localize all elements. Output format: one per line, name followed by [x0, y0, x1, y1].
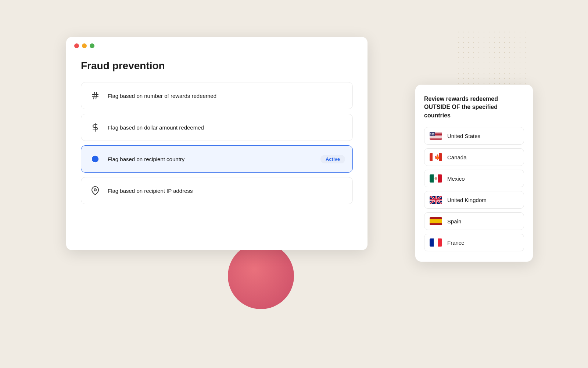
- country-name-fr: France: [447, 240, 465, 246]
- window-content: Fraud prevention Flag based on number of…: [66, 53, 368, 219]
- rule-item-rewards-count[interactable]: Flag based on number of rewards redeemed: [81, 82, 353, 109]
- rule-label-ip-address: Flag based on recipient IP address: [108, 188, 345, 194]
- window-maximize-dot[interactable]: [90, 43, 94, 48]
- rule-item-dollar-amount[interactable]: Flag based on dollar amount redeemed: [81, 114, 353, 141]
- country-list: ★★★ ★★★ United States 🍁 Canada: [424, 127, 524, 251]
- flag-ca: 🍁: [430, 153, 442, 161]
- svg-rect-36: [430, 219, 442, 223]
- flag-es: [430, 217, 442, 225]
- country-name-ca: Canada: [447, 154, 467, 160]
- active-badge: Active: [320, 155, 345, 163]
- flag-mx: [430, 174, 442, 183]
- country-item-mx[interactable]: Mexico: [424, 170, 524, 187]
- window-close-dot[interactable]: [74, 43, 79, 48]
- svg-point-25: [435, 177, 437, 180]
- rule-label-dollar-amount: Flag based on dollar amount redeemed: [108, 124, 345, 131]
- main-window: Fraud prevention Flag based on number of…: [66, 37, 368, 250]
- flag-uk: [430, 196, 442, 204]
- decorative-circle: [228, 243, 294, 309]
- country-name-mx: Mexico: [447, 176, 465, 182]
- svg-text:★★★: ★★★: [430, 132, 435, 134]
- rule-label-rewards-count: Flag based on number of rewards redeemed: [108, 93, 345, 99]
- svg-rect-12: [430, 136, 442, 137]
- rule-item-ip-address[interactable]: Flag based on recipient IP address: [81, 177, 353, 204]
- country-name-es: Spain: [447, 218, 461, 224]
- svg-line-2: [94, 92, 94, 99]
- rule-item-recipient-country[interactable]: Flag based on recipient country Active: [81, 145, 353, 173]
- country-item-ca[interactable]: 🍁 Canada: [424, 148, 524, 166]
- country-name-uk: United Kingdom: [447, 197, 487, 203]
- svg-rect-13: [430, 137, 442, 138]
- svg-rect-24: [438, 174, 442, 183]
- svg-rect-23: [430, 174, 434, 183]
- panel-title-line2: OUTSIDE OF the specified countries: [424, 103, 524, 120]
- rule-label-recipient-country: Flag based on recipient country: [108, 156, 315, 162]
- right-panel: Review rewards redeemed OUTSIDE OF the s…: [415, 85, 533, 262]
- svg-line-3: [96, 92, 97, 99]
- hash-icon: [89, 89, 102, 102]
- country-item-fr[interactable]: France: [424, 234, 524, 251]
- dollar-icon: [89, 121, 102, 134]
- panel-title-line1: Review rewards redeemed: [424, 95, 524, 103]
- flag-fr: [430, 238, 442, 247]
- svg-point-6: [92, 155, 99, 163]
- location-icon: [89, 184, 102, 197]
- window-chrome: [66, 37, 368, 53]
- svg-rect-14: [430, 139, 442, 139]
- svg-rect-38: [430, 238, 434, 247]
- globe-icon: [89, 152, 102, 166]
- country-item-us[interactable]: ★★★ ★★★ United States: [424, 127, 524, 145]
- country-item-uk[interactable]: United Kingdom: [424, 191, 524, 209]
- svg-rect-19: [430, 153, 433, 161]
- svg-rect-34: [430, 199, 442, 201]
- svg-rect-39: [438, 238, 442, 247]
- svg-text:🍁: 🍁: [434, 154, 441, 160]
- flag-us: ★★★ ★★★: [430, 132, 442, 140]
- country-item-es[interactable]: Spain: [424, 212, 524, 230]
- svg-point-7: [94, 189, 96, 191]
- country-name-us: United States: [447, 133, 480, 139]
- page-title: Fraud prevention: [81, 60, 353, 72]
- rule-list: Flag based on number of rewards redeemed…: [81, 82, 353, 204]
- window-minimize-dot[interactable]: [82, 43, 87, 48]
- panel-title: Review rewards redeemed OUTSIDE OF the s…: [424, 95, 524, 120]
